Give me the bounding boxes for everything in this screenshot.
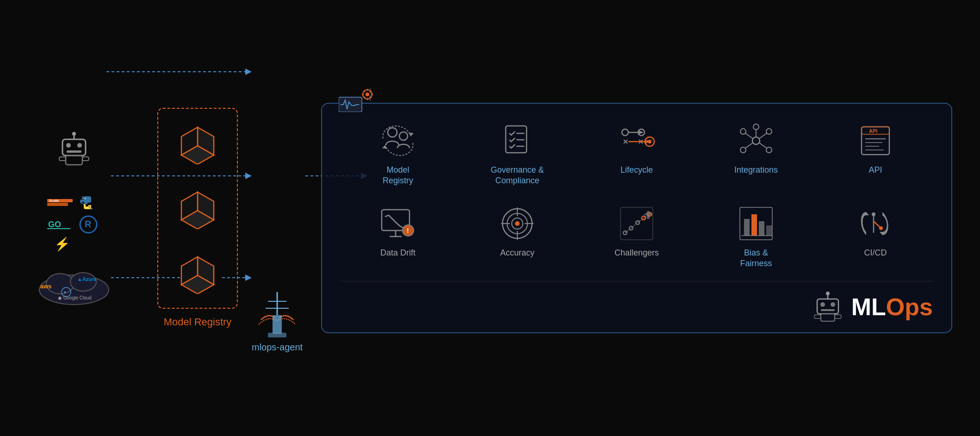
svg-text:✦: ✦ [63, 290, 67, 295]
svg-rect-11 [62, 139, 86, 156]
feature-governance: Governance &Compliance [460, 118, 575, 191]
cube-2 [177, 187, 218, 229]
lifecycle-feature-label: Lifecycle [620, 165, 653, 175]
svg-point-88 [766, 129, 772, 134]
svg-text:◉ Google Cloud: ◉ Google Cloud [58, 295, 92, 300]
svg-marker-3 [245, 173, 252, 179]
svg-rect-143 [835, 315, 841, 318]
cloud-source: aws ▲Azure ✦ ◉ Google Cloud [35, 264, 113, 306]
svg-point-91 [753, 124, 759, 130]
svg-rect-14 [67, 150, 81, 153]
svg-point-16 [72, 132, 76, 136]
svg-rect-128 [759, 221, 764, 236]
cicd-icon [857, 205, 894, 242]
model-registry-label: Model Registry [164, 316, 232, 328]
svg-point-74 [622, 129, 628, 136]
governance-icon [499, 122, 536, 159]
svg-point-89 [740, 147, 746, 153]
svg-point-86 [752, 137, 760, 144]
svg-rect-53 [268, 333, 286, 337]
svg-rect-52 [273, 315, 282, 334]
languages-source: Scala GO [46, 195, 102, 237]
svg-point-26 [89, 206, 91, 208]
mlops-robot-icon [812, 291, 844, 323]
svg-point-140 [826, 292, 830, 295]
svg-rect-142 [814, 315, 821, 318]
agent-section: mlops-agent [252, 292, 303, 353]
feature-bias-fairness: Bias &Fairness [699, 200, 813, 274]
svg-marker-68 [408, 132, 414, 136]
ops-text: Ops [886, 293, 933, 320]
svg-text:R: R [85, 219, 92, 229]
svg-text:Scala: Scala [49, 199, 59, 203]
monitor-gear-icon [339, 89, 376, 114]
svg-point-67 [399, 132, 408, 140]
lifecycle-icon [618, 122, 655, 159]
svg-marker-7 [245, 274, 252, 281]
svg-rect-141 [821, 314, 835, 321]
feature-challengers: Challengers [579, 200, 694, 274]
data-drift-icon: ! [379, 205, 416, 242]
integrations-feature-label: Integrations [734, 165, 778, 175]
panel-divider [341, 281, 933, 281]
middle-section: Model Registry [157, 108, 238, 328]
bias-fairness-feature-label: Bias &Fairness [740, 248, 772, 269]
challengers-icon [618, 205, 655, 242]
api-feature-label: API [868, 165, 882, 175]
feature-api: API API [818, 118, 933, 191]
svg-point-133 [879, 226, 883, 230]
language-icons-grid: Scala GO [46, 195, 102, 237]
accuracy-feature-label: Accuracy [500, 248, 534, 258]
svg-text:⚡: ⚡ [54, 237, 69, 252]
svg-point-87 [740, 129, 746, 134]
svg-text:API: API [869, 128, 877, 134]
svg-rect-21 [47, 203, 68, 206]
mlops-branding: MLOps [341, 291, 933, 323]
svg-point-34 [70, 273, 96, 291]
svg-marker-1 [245, 69, 252, 75]
tensorflow-icon: ⚡ [50, 236, 69, 254]
svg-line-95 [759, 143, 767, 148]
svg-text:!: ! [407, 227, 409, 234]
challengers-feature-label: Challengers [614, 248, 659, 258]
integrations-icon [738, 122, 775, 159]
feature-model-registry: ModelRegistry [341, 118, 455, 191]
svg-rect-126 [744, 219, 750, 236]
features-grid: ModelRegistry [341, 118, 933, 274]
svg-rect-127 [751, 214, 757, 236]
svg-line-94 [745, 143, 753, 148]
feature-data-drift: ! Data Drift [341, 200, 455, 274]
tower-icon [259, 292, 296, 338]
svg-point-137 [831, 302, 835, 307]
model-registry-feature-label: ModelRegistry [383, 165, 413, 187]
svg-line-92 [745, 133, 753, 139]
cloud-providers-icon: aws ▲Azure ✦ ◉ Google Cloud [35, 264, 113, 306]
model-registry-icon [379, 122, 416, 159]
svg-rect-19 [82, 157, 89, 161]
svg-point-13 [77, 143, 82, 148]
cube-3 [177, 252, 218, 294]
sources-section: Scala GO [28, 130, 120, 306]
scala-icon: Scala [47, 199, 73, 209]
python-icon [79, 195, 98, 213]
api-icon: API [857, 122, 894, 159]
svg-rect-129 [766, 225, 772, 236]
governance-feature-label: Governance &Compliance [491, 165, 544, 187]
agent-label: mlops-agent [252, 342, 303, 353]
cube-1 [177, 123, 218, 164]
accuracy-icon [499, 205, 536, 242]
bias-fairness-icon [738, 205, 775, 242]
svg-text:GO: GO [48, 220, 61, 229]
svg-text:▲Azure: ▲Azure [77, 276, 96, 282]
registry-box [157, 108, 238, 309]
feature-accuracy: Accuracy [460, 200, 575, 274]
svg-point-66 [388, 128, 397, 137]
svg-marker-77 [638, 130, 644, 135]
r-icon: R [79, 215, 98, 234]
svg-rect-17 [66, 156, 82, 165]
go-icon: GO [47, 219, 73, 230]
svg-text:aws: aws [40, 283, 52, 290]
svg-point-90 [766, 147, 772, 153]
svg-rect-18 [59, 157, 66, 161]
svg-point-12 [66, 143, 71, 148]
